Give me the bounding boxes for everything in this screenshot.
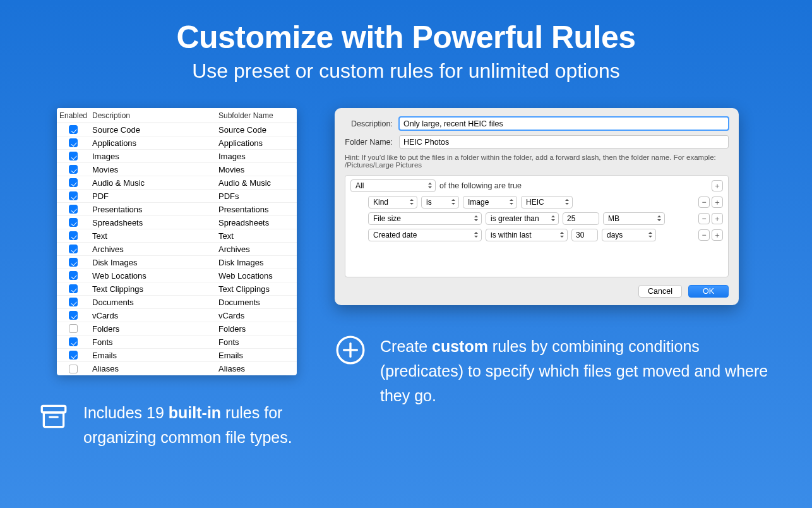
field-select[interactable]: File size	[368, 212, 482, 225]
rule-subfolder: Presentations	[216, 205, 297, 214]
rule-description: PDF	[90, 192, 216, 200]
rule-subfolder: Text	[216, 232, 297, 240]
field-select[interactable]: Kind	[368, 196, 417, 209]
operator-select[interactable]: is	[421, 196, 459, 209]
rule-subfolder: Archives	[216, 245, 297, 253]
table-row[interactable]: TextText	[57, 229, 297, 243]
table-row[interactable]: Source CodeSource Code	[57, 123, 297, 136]
table-row[interactable]: SpreadsheetsSpreadsheets	[57, 216, 297, 229]
custom-caption: Create custom rules by combining conditi…	[335, 334, 774, 408]
table-row[interactable]: FoldersFolders	[57, 322, 297, 336]
table-header: Enabled Description Subfolder Name	[57, 108, 297, 123]
table-row[interactable]: FontsFonts	[57, 336, 297, 349]
builtin-caption: Includes 19 built-in rules for organizin…	[38, 401, 297, 450]
operator-select[interactable]: is within last	[486, 229, 568, 241]
enabled-checkbox[interactable]	[69, 324, 78, 333]
enabled-checkbox[interactable]	[69, 337, 78, 346]
condition-row: Kind is Image HEIC − ＋	[350, 196, 723, 209]
add-condition-button[interactable]: ＋	[712, 213, 723, 224]
cancel-button[interactable]: Cancel	[638, 285, 682, 298]
plus-circle-icon	[335, 334, 366, 366]
enabled-checkbox[interactable]	[69, 298, 78, 306]
enabled-checkbox[interactable]	[69, 205, 78, 214]
value-input[interactable]: 30	[571, 229, 598, 241]
rule-description: Spreadsheets	[90, 219, 216, 227]
rule-subfolder: Documents	[216, 298, 297, 306]
description-input[interactable]: Only large, recent HEIC files	[399, 117, 729, 130]
table-row[interactable]: vCardsvCards	[57, 309, 297, 322]
rule-description: Text	[90, 232, 216, 240]
table-row[interactable]: Audio & MusicAudio & Music	[57, 176, 297, 190]
rule-subfolder: Text Clippings	[216, 285, 297, 293]
rule-description: Audio & Music	[90, 179, 216, 187]
value-select[interactable]: Image	[463, 196, 517, 209]
table-row[interactable]: MoviesMovies	[57, 163, 297, 176]
field-select[interactable]: Created date	[368, 229, 482, 241]
rule-description: vCards	[90, 311, 216, 320]
remove-condition-button[interactable]: −	[698, 229, 710, 241]
add-group-button[interactable]: ＋	[712, 180, 723, 191]
table-row[interactable]: Text ClippingsText Clippings	[57, 282, 297, 296]
table-row[interactable]: DocumentsDocuments	[57, 296, 297, 309]
enabled-checkbox[interactable]	[69, 271, 78, 280]
ok-button[interactable]: OK	[688, 285, 729, 298]
rule-description: Text Clippings	[90, 285, 216, 293]
quantifier-select[interactable]: All	[350, 179, 436, 192]
rule-subfolder: Web Locations	[216, 272, 297, 280]
col-header-enabled[interactable]: Enabled	[57, 112, 90, 119]
svg-rect-1	[44, 413, 63, 427]
condition-row: Created date is within last 30 days − ＋	[350, 229, 723, 241]
enabled-checkbox[interactable]	[69, 138, 78, 147]
foldername-input[interactable]: HEIC Photos	[399, 135, 729, 148]
enabled-checkbox[interactable]	[69, 218, 78, 227]
table-row[interactable]: ImagesImages	[57, 150, 297, 163]
enabled-checkbox[interactable]	[69, 152, 78, 160]
enabled-checkbox[interactable]	[69, 165, 78, 174]
rule-description: Web Locations	[90, 272, 216, 280]
rule-subfolder: PDFs	[216, 192, 297, 200]
enabled-checkbox[interactable]	[69, 365, 78, 373]
enabled-checkbox[interactable]	[69, 351, 78, 360]
value-input[interactable]: 25	[563, 212, 599, 225]
enabled-checkbox[interactable]	[69, 245, 78, 253]
remove-condition-button[interactable]: −	[698, 197, 710, 208]
enabled-checkbox[interactable]	[69, 231, 78, 240]
rule-subfolder: Audio & Music	[216, 179, 297, 187]
rule-description: Aliases	[90, 365, 216, 373]
table-row[interactable]: Disk ImagesDisk Images	[57, 256, 297, 269]
col-header-description[interactable]: Description	[90, 112, 216, 119]
rule-description: Emails	[90, 351, 216, 360]
rule-subfolder: Applications	[216, 139, 297, 147]
rule-subfolder: Aliases	[216, 365, 297, 373]
enabled-checkbox[interactable]	[69, 258, 78, 267]
remove-condition-button[interactable]: −	[698, 213, 710, 224]
table-row[interactable]: AliasesAliases	[57, 362, 297, 375]
operator-select[interactable]: is greater than	[486, 212, 559, 225]
enabled-checkbox[interactable]	[69, 178, 78, 187]
rule-description: Disk Images	[90, 258, 216, 267]
col-header-subfolder[interactable]: Subfolder Name	[216, 112, 297, 119]
enabled-checkbox[interactable]	[69, 125, 78, 134]
unit-select[interactable]: MB	[603, 212, 665, 225]
table-row[interactable]: PDFPDFs	[57, 190, 297, 203]
rule-description: Documents	[90, 298, 216, 306]
add-condition-button[interactable]: ＋	[712, 229, 723, 241]
table-row[interactable]: ArchivesArchives	[57, 243, 297, 256]
table-row[interactable]: Web LocationsWeb Locations	[57, 269, 297, 282]
rule-subfolder: Fonts	[216, 338, 297, 346]
table-row[interactable]: ApplicationsApplications	[57, 136, 297, 150]
rule-subfolder: Disk Images	[216, 258, 297, 267]
table-row[interactable]: EmailsEmails	[57, 349, 297, 362]
rule-description: Applications	[90, 139, 216, 147]
table-row[interactable]: PresentationsPresentations	[57, 203, 297, 216]
rule-subfolder: Images	[216, 152, 297, 160]
enabled-checkbox[interactable]	[69, 311, 78, 320]
unit-select[interactable]: days	[602, 229, 656, 241]
enabled-checkbox[interactable]	[69, 284, 78, 293]
subtype-select[interactable]: HEIC	[521, 196, 573, 209]
rule-description: Presentations	[90, 205, 216, 214]
rule-subfolder: Emails	[216, 351, 297, 360]
description-label: Description:	[345, 119, 399, 128]
add-condition-button[interactable]: ＋	[712, 197, 723, 208]
enabled-checkbox[interactable]	[69, 191, 78, 200]
